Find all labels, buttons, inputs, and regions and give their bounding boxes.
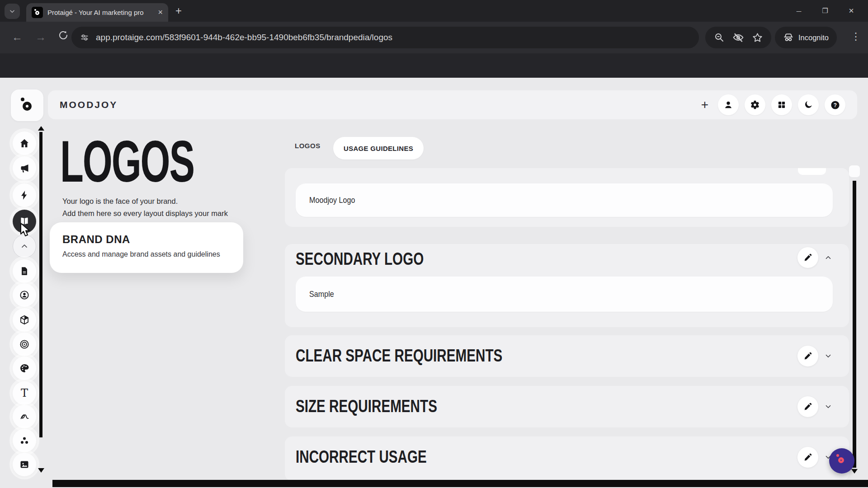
- incognito-icon: [783, 32, 794, 43]
- zoom-icon[interactable]: [714, 32, 725, 43]
- edit-pencil-icon: [803, 453, 812, 462]
- logo-card-label: Moodjoy Logo: [309, 195, 355, 205]
- image-icon: [19, 459, 30, 470]
- window-maximize-button[interactable]: ❐: [812, 0, 838, 22]
- secondary-logo-card[interactable]: Sample: [296, 277, 833, 312]
- sidebar-scroll-down-icon[interactable]: [38, 468, 44, 473]
- incognito-badge: Incognito: [775, 27, 837, 48]
- settings-button[interactable]: [745, 94, 765, 115]
- chat-assistant-button[interactable]: [829, 448, 854, 474]
- sidebar-item-products[interactable]: [13, 308, 36, 332]
- section-title: INCORRECT USAGE: [296, 447, 427, 467]
- palette-icon: [19, 363, 30, 374]
- chevron-down-icon: [9, 8, 15, 14]
- new-tab-button[interactable]: +: [175, 5, 182, 17]
- window-close-button[interactable]: ✕: [838, 0, 864, 22]
- sidebar-item-typography[interactable]: T: [13, 381, 36, 405]
- screen: Protaigé - Your AI marketing pro × + ─ ❐…: [0, 0, 868, 488]
- edit-pencil-icon: [803, 352, 812, 361]
- window-minimize-button[interactable]: ─: [786, 0, 812, 22]
- logo-card[interactable]: Moodjoy Logo: [296, 183, 833, 217]
- collapse-secondary-logo-button[interactable]: [824, 253, 833, 262]
- omnibox-action-group: [705, 27, 771, 48]
- section-clear-space: CLEAR SPACE REQUIREMENTS: [285, 335, 849, 377]
- edit-pencil-icon: [803, 253, 812, 262]
- section-title: SIZE REQUIREMENTS: [296, 397, 437, 416]
- tab-search-button[interactable]: [5, 4, 20, 19]
- page-title: LOGOS: [60, 127, 194, 195]
- sidebar-item-tone[interactable]: [13, 405, 36, 428]
- app-page: MOODJOY + ?: [0, 78, 868, 488]
- profile-button[interactable]: [718, 94, 739, 115]
- edit-size-requirements-button[interactable]: [797, 396, 818, 417]
- tooltip-subtitle: Access and manage brand assets and guide…: [62, 250, 243, 258]
- section-primary-logo: Moodjoy Logo: [285, 168, 849, 227]
- add-button[interactable]: +: [701, 98, 708, 112]
- content-scrollbar[interactable]: [853, 181, 856, 468]
- tab-logos[interactable]: LOGOS: [295, 142, 321, 150]
- app-logo[interactable]: [11, 89, 43, 121]
- sidebar-item-team[interactable]: [13, 429, 36, 452]
- chevron-down-icon: [824, 352, 832, 360]
- incognito-label: Incognito: [798, 33, 829, 42]
- brand-dna-tooltip: BRAND DNA Access and manage brand assets…: [50, 222, 243, 273]
- profile-icon: [723, 100, 733, 110]
- tab-usage-guidelines[interactable]: USAGE GUIDELINES: [333, 137, 424, 160]
- target-icon: [19, 339, 30, 350]
- browser-toolbar: ← → app.protaige.com/583f9601-944b-462e-…: [0, 22, 868, 53]
- tab-title: Protaigé - Your AI marketing pro: [47, 9, 146, 16]
- section-size-requirements: SIZE REQUIREMENTS: [285, 386, 849, 427]
- url-text: app.protaige.com/583f9601-944b-462e-bb95…: [96, 33, 392, 42]
- section-secondary-logo: SECONDARY LOGO Sample: [285, 244, 849, 327]
- content-scroll-up-button[interactable]: [849, 165, 860, 177]
- app-header: MOODJOY + ?: [48, 90, 857, 119]
- sidebar-item-home[interactable]: [13, 131, 36, 155]
- bookmark-star-icon[interactable]: [752, 32, 763, 43]
- cube-icon: [19, 314, 30, 325]
- eye-off-icon[interactable]: [732, 32, 744, 43]
- browser-tab[interactable]: Protaigé - Your AI marketing pro ×: [26, 3, 168, 22]
- help-button[interactable]: ?: [825, 94, 845, 115]
- chevron-up-icon: [824, 253, 832, 262]
- sidebar-scroll-up-icon[interactable]: [38, 126, 44, 131]
- expand-size-requirements-button[interactable]: [824, 402, 833, 411]
- tab-close-icon[interactable]: ×: [158, 8, 163, 17]
- browser-menu-icon[interactable]: ⋮: [851, 31, 861, 42]
- section-title: SECONDARY LOGO: [296, 249, 424, 269]
- chevron-down-icon: [824, 403, 832, 411]
- sidebar-item-colors[interactable]: [13, 357, 36, 380]
- collapse-up-icon: [20, 242, 29, 251]
- sidebar-item-personas[interactable]: [13, 283, 36, 307]
- section-title: CLEAR SPACE REQUIREMENTS: [296, 346, 502, 366]
- home-icon: [19, 138, 30, 149]
- protaige-chat-logo-icon: [838, 457, 844, 463]
- sidebar-item-media[interactable]: [13, 453, 36, 476]
- sidebar-scrollbar[interactable]: [39, 132, 42, 437]
- chrome-gap: [0, 53, 868, 78]
- back-button[interactable]: ←: [12, 31, 23, 43]
- dark-mode-button[interactable]: [798, 94, 819, 115]
- forward-button[interactable]: →: [35, 31, 46, 43]
- edit-pencil-icon: [803, 402, 812, 411]
- section-edit-pill-cut[interactable]: [798, 168, 826, 175]
- apps-grid-icon: [777, 100, 786, 109]
- edit-secondary-logo-button[interactable]: [797, 247, 818, 268]
- browser-tab-strip: Protaigé - Your AI marketing pro × + ─ ❐…: [0, 0, 868, 22]
- signature-icon: [19, 411, 30, 422]
- reload-button[interactable]: [58, 30, 69, 41]
- edit-clear-space-button[interactable]: [797, 346, 818, 366]
- edit-incorrect-usage-button[interactable]: [797, 447, 818, 468]
- brand-name: MOODJOY: [60, 99, 118, 110]
- expand-clear-space-button[interactable]: [824, 352, 833, 361]
- sidebar-item-targeting[interactable]: [13, 333, 36, 356]
- sidebar-item-campaigns[interactable]: [13, 156, 36, 180]
- address-bar[interactable]: app.protaige.com/583f9601-944b-462e-bb95…: [71, 27, 699, 48]
- reload-icon: [58, 30, 69, 41]
- horizontal-scrollbar[interactable]: [52, 480, 868, 487]
- sidebar-item-quick-actions[interactable]: [13, 183, 36, 207]
- page-description: Your logo is the face of your brand. Add…: [62, 195, 228, 220]
- description-line-2: Add them here so every layout displays y…: [62, 207, 228, 220]
- content-scroll-down-icon[interactable]: [851, 469, 858, 474]
- sidebar-item-documents[interactable]: [13, 259, 36, 283]
- apps-button[interactable]: [771, 94, 792, 115]
